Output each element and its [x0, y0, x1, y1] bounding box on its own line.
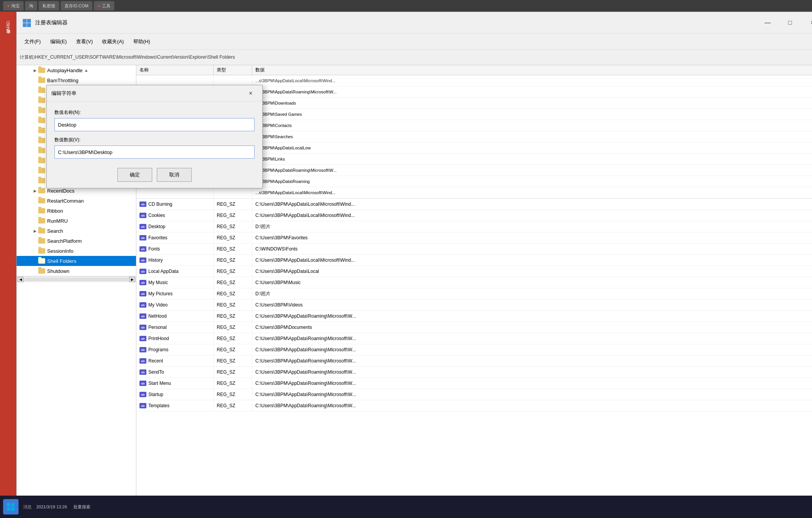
- value-type-cell: REG_SZ: [214, 378, 252, 389]
- values-header: 名称 类型 数据: [136, 65, 812, 75]
- table-row[interactable]: ab Programs REG_SZ C:\Users\3BPM\AppData…: [136, 344, 812, 355]
- menu-file[interactable]: 文件(F): [20, 37, 46, 47]
- expand-icon: [32, 248, 38, 254]
- value-name-cell: ab Programs: [136, 344, 214, 355]
- table-row[interactable]: ab My Music REG_SZ C:\Users\3BPM\Music: [136, 277, 812, 288]
- table-row[interactable]: ab Cookies REG_SZ C:\Users\3BPM\AppData\…: [136, 210, 812, 221]
- value-data-cell: C:\Users\3BPM\AppData\Roaming\Microsoft\…: [252, 311, 812, 322]
- tree-item-shellfolders[interactable]: Shell Folders: [17, 256, 136, 266]
- browser-tab-5[interactable]: ● 工具: [94, 1, 114, 10]
- value-name-cell: ab Personal: [136, 322, 214, 333]
- dialog-close-button[interactable]: ×: [244, 88, 258, 99]
- reg-icon: ab: [139, 246, 146, 252]
- cell-name: [136, 75, 214, 86]
- expand-icon: [32, 258, 38, 264]
- value-name-cell: ab Local AppData: [136, 266, 214, 277]
- value-data-cell: C:\Users\3BPM\AppData\Local\Microsoft\Wi…: [252, 199, 812, 210]
- table-row[interactable]: ab NetHood REG_SZ C:\Users\3BPM\AppData\…: [136, 311, 812, 322]
- cancel-button[interactable]: 取消: [157, 168, 192, 182]
- table-row[interactable]: ab Local AppData REG_SZ C:\Users\3BPM\Ap…: [136, 266, 812, 277]
- folder-icon: [38, 188, 45, 193]
- value-name: Personal: [148, 325, 166, 330]
- reg-icon: ab: [139, 381, 146, 386]
- cell-type: [214, 187, 252, 198]
- table-row[interactable]: ab Start Menu REG_SZ C:\Users\3BPM\AppDa…: [136, 378, 812, 389]
- ok-button[interactable]: 确定: [117, 168, 152, 182]
- table-row[interactable]: ab Recent REG_SZ C:\Users\3BPM\AppData\R…: [136, 355, 812, 367]
- svg-rect-1: [27, 19, 31, 23]
- horizontal-scrollbar[interactable]: ◀ ▶: [17, 276, 136, 282]
- table-row[interactable]: ab Templates REG_SZ C:\Users\3BPM\AppDat…: [136, 400, 812, 411]
- maximize-button[interactable]: □: [779, 15, 801, 30]
- taskbar-app-icon[interactable]: [3, 499, 19, 515]
- scroll-left-btn[interactable]: ◀: [17, 277, 24, 282]
- value-data-cell: C:\Users\3BPM\AppData\Roaming\Microsoft\…: [252, 333, 812, 344]
- value-data-cell: C:\Users\3BPM\Music: [252, 277, 812, 288]
- table-row[interactable]: ab Startup REG_SZ C:\Users\3BPM\AppData\…: [136, 389, 812, 400]
- table-row[interactable]: ab My Video REG_SZ C:\Users\3BPM\Videos: [136, 300, 812, 311]
- table-row[interactable]: ab Personal REG_SZ C:\Users\3BPM\Documen…: [136, 322, 812, 333]
- taskbar-label: 消息: [20, 504, 35, 510]
- left-sidebar-strip: 上的 ARE\ 名称: [0, 12, 16, 496]
- edit-string-dialog: 编辑字符串 × 数值名称(N): 数值数据(V): 确定 取消: [46, 85, 263, 188]
- tab-label-3: 私密搜: [42, 3, 55, 9]
- browser-tab-2[interactable]: 淘: [25, 1, 37, 10]
- browser-tab-4[interactable]: 直存/D.COM: [61, 1, 92, 10]
- tree-item-restartcomman[interactable]: RestartComman: [17, 196, 136, 206]
- name-field-label: 数值名称(N):: [54, 109, 255, 116]
- minimize-button[interactable]: —: [757, 15, 778, 30]
- table-row[interactable]: ab My Pictures REG_SZ D:\照片: [136, 288, 812, 300]
- value-data-cell: C:\Users\3BPM\AppData\Roaming\Microsoft\…: [252, 344, 812, 355]
- expand-icon: [32, 168, 38, 174]
- tree-item-search[interactable]: ▶ Search: [17, 226, 136, 236]
- table-row[interactable]: ab Favorites REG_SZ C:\Users\3BPM\Favori…: [136, 232, 812, 244]
- scroll-right-btn[interactable]: ▶: [129, 277, 135, 282]
- close-button[interactable]: ×: [802, 15, 812, 30]
- value-name: My Pictures: [148, 291, 173, 296]
- tree-item-autoplayhandle[interactable]: ▶ AutoplayHandle ▲: [17, 65, 136, 75]
- reg-icon: ab: [139, 358, 146, 364]
- name-field-input[interactable]: [54, 118, 255, 131]
- table-row[interactable]: ab CD Burning REG_SZ C:\Users\3BPM\AppDa…: [136, 199, 812, 210]
- upper-row-11[interactable]: ...s\3BPM\AppData\Local\Microsoft\Wind..…: [136, 187, 812, 198]
- menu-favorites[interactable]: 收藏夹(A): [97, 37, 128, 47]
- value-type-cell: REG_SZ: [214, 367, 252, 377]
- table-row[interactable]: ab History REG_SZ C:\Users\3BPM\AppData\…: [136, 255, 812, 266]
- svg-rect-5: [11, 503, 15, 506]
- address-text: 计算机\HKEY_CURRENT_USER\SOFTWARE\Microsoft…: [20, 54, 235, 61]
- value-name: Cookies: [148, 213, 165, 218]
- value-type-cell: REG_SZ: [214, 355, 252, 366]
- value-type-cell: REG_SZ: [214, 244, 252, 254]
- value-data-cell: D:\照片: [252, 221, 812, 232]
- value-data-cell: D:\照片: [252, 288, 812, 299]
- folder-icon: [38, 218, 45, 223]
- browser-tab-3[interactable]: 私密搜: [39, 1, 59, 10]
- tree-item-sessioninfo[interactable]: SessionInfo: [17, 246, 136, 256]
- expand-icon: [32, 87, 38, 93]
- tree-item-bamthrottling[interactable]: BamThrottling: [17, 75, 136, 85]
- tree-item-ribbon[interactable]: Ribbon: [17, 206, 136, 216]
- tree-label: SessionInfo: [47, 248, 73, 254]
- tree-item-runmru[interactable]: RunMRU: [17, 216, 136, 226]
- table-row[interactable]: ab Fonts REG_SZ C:\WINDOWS\Fonts: [136, 244, 812, 255]
- folder-icon: [38, 138, 45, 143]
- table-row[interactable]: ab Desktop REG_SZ D:\照片: [136, 221, 812, 232]
- cell-data: ...s\3BPM\Saved Games: [252, 109, 812, 120]
- browser-bar: ● 淘宝 淘 私密搜 直存/D.COM ● 工具: [0, 0, 812, 12]
- value-name: Templates: [148, 403, 170, 408]
- cell-data: ...s\3BPM\Searches: [252, 131, 812, 142]
- value-name-cell: ab Desktop: [136, 221, 214, 232]
- browser-tab-1[interactable]: ● 淘宝: [3, 1, 24, 10]
- menu-help[interactable]: 帮助(H): [129, 37, 155, 47]
- menu-edit[interactable]: 编辑(E): [46, 37, 71, 47]
- table-row[interactable]: ab PrintHood REG_SZ C:\Users\3BPM\AppDat…: [136, 333, 812, 344]
- reg-icon: ab: [139, 347, 146, 352]
- value-name-cell: ab Favorites: [136, 232, 214, 243]
- data-field-input[interactable]: [54, 146, 255, 159]
- tree-item-searchplatform[interactable]: SearchPlatform: [17, 236, 136, 246]
- expand-icon: [32, 77, 38, 83]
- table-row[interactable]: ab SendTo REG_SZ C:\Users\3BPM\AppData\R…: [136, 367, 812, 378]
- tree-item-shutdown[interactable]: Shutdown: [17, 266, 136, 276]
- value-type-cell: REG_SZ: [214, 255, 252, 266]
- menu-view[interactable]: 查看(V): [71, 37, 97, 47]
